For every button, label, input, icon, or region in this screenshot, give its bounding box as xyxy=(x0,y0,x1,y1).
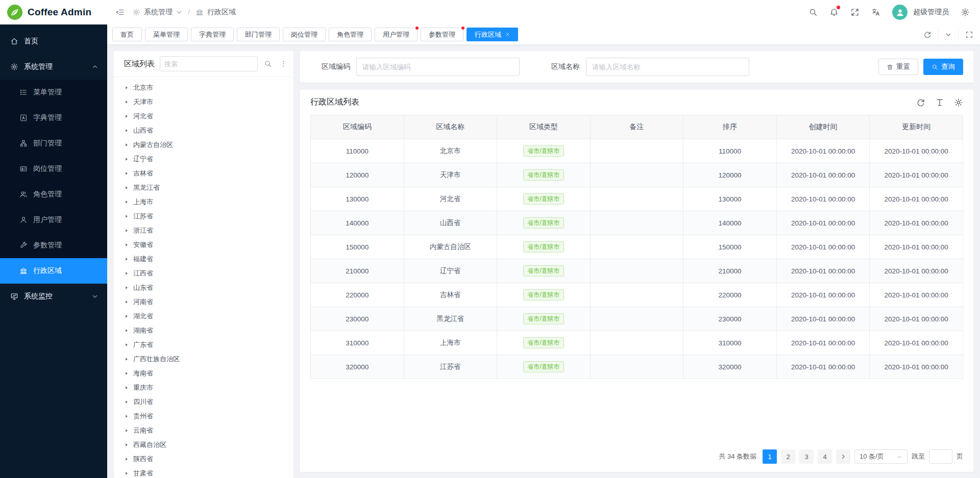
tree-item[interactable]: 湖南省 xyxy=(114,323,293,338)
tree-item[interactable]: 湖北省 xyxy=(114,309,293,323)
tree-item[interactable]: 广东省 xyxy=(114,338,293,352)
caret-right-icon[interactable] xyxy=(124,99,129,105)
tree-item[interactable]: 贵州省 xyxy=(114,409,293,423)
caret-right-icon[interactable] xyxy=(124,471,129,476)
tree-item[interactable]: 辽宁省 xyxy=(114,152,293,166)
table-row[interactable]: 310000上海市省市/直辖市3100002020-10-01 00:00:00… xyxy=(311,331,963,355)
tree-item[interactable]: 云南省 xyxy=(114,423,293,438)
table-row[interactable]: 320000江苏省省市/直辖市3200002020-10-01 00:00:00… xyxy=(311,355,963,379)
tree-item[interactable]: 四川省 xyxy=(114,395,293,409)
caret-right-icon[interactable] xyxy=(124,114,129,119)
sidebar-collapse-icon[interactable] xyxy=(115,8,125,17)
table-row[interactable]: 120000天津市省市/直辖市1200002020-10-01 00:00:00… xyxy=(311,163,963,187)
caret-right-icon[interactable] xyxy=(124,285,129,290)
sidebar-item-bank[interactable]: 行政区域 xyxy=(0,258,107,284)
table-row[interactable]: 210000辽宁省省市/直辖市2100002020-10-01 00:00:00… xyxy=(311,259,963,283)
table-row[interactable]: 130000河北省省市/直辖市1300002020-10-01 00:00:00… xyxy=(311,187,963,211)
jump-page-input[interactable] xyxy=(929,449,952,464)
table-row[interactable]: 150000内蒙古自治区省市/直辖市1500002020-10-01 00:00… xyxy=(311,235,963,259)
caret-right-icon[interactable] xyxy=(124,399,129,405)
tree-more-button[interactable] xyxy=(278,60,288,68)
region-code-input[interactable] xyxy=(356,58,520,76)
caret-right-icon[interactable] xyxy=(124,157,129,162)
next-page-button[interactable] xyxy=(836,449,850,464)
page-button-1[interactable]: 1 xyxy=(763,449,777,464)
tree-item[interactable]: 黑龙江省 xyxy=(114,181,293,195)
caret-right-icon[interactable] xyxy=(124,171,129,176)
sidebar-item-roles[interactable]: 角色管理 xyxy=(0,182,107,207)
caret-right-icon[interactable] xyxy=(124,442,129,447)
tree-item[interactable]: 吉林省 xyxy=(114,166,293,181)
caret-right-icon[interactable] xyxy=(124,428,129,433)
page-button-4[interactable]: 4 xyxy=(818,449,832,464)
region-name-input[interactable] xyxy=(586,58,749,76)
tree-item[interactable]: 河北省 xyxy=(114,109,293,123)
tree-item[interactable]: 天津市 xyxy=(114,95,293,109)
table-row[interactable]: 110000北京市省市/直辖市1100002020-10-01 00:00:00… xyxy=(311,139,963,163)
brand-logo[interactable]: Coffee Admin xyxy=(0,0,107,24)
table-row[interactable]: 220000吉林省省市/直辖市2200002020-10-01 00:00:00… xyxy=(311,283,963,307)
caret-right-icon[interactable] xyxy=(124,228,129,233)
caret-right-icon[interactable] xyxy=(124,371,129,376)
table-settings-button[interactable] xyxy=(954,98,963,107)
sidebar-item-wrench[interactable]: 参数管理 xyxy=(0,233,107,258)
tree-item[interactable]: 甘肃省 xyxy=(114,466,293,478)
tree-item[interactable]: 西藏自治区 xyxy=(114,438,293,452)
tab-岗位管理[interactable]: 岗位管理 xyxy=(283,28,326,41)
caret-right-icon[interactable] xyxy=(124,271,129,276)
tab-菜单管理[interactable]: 菜单管理 xyxy=(145,28,188,41)
translate-icon[interactable] xyxy=(871,8,880,17)
tree-item[interactable]: 江西省 xyxy=(114,266,293,281)
caret-right-icon[interactable] xyxy=(124,199,129,205)
search-icon[interactable] xyxy=(808,8,818,17)
tree-item[interactable]: 北京市 xyxy=(114,81,293,95)
caret-right-icon[interactable] xyxy=(124,257,129,262)
tree-item[interactable]: 浙江省 xyxy=(114,223,293,238)
content-maximize-button[interactable] xyxy=(958,28,980,41)
page-button-2[interactable]: 2 xyxy=(781,449,795,464)
tab-行政区域[interactable]: 行政区域 xyxy=(467,28,518,41)
caret-right-icon[interactable] xyxy=(124,299,129,305)
caret-right-icon[interactable] xyxy=(124,85,129,90)
tree-item[interactable]: 安徽省 xyxy=(114,238,293,252)
sidebar-item-user[interactable]: 用户管理 xyxy=(0,207,107,233)
sidebar-item-org[interactable]: 部门管理 xyxy=(0,131,107,156)
caret-right-icon[interactable] xyxy=(124,128,129,133)
caret-right-icon[interactable] xyxy=(124,385,129,390)
caret-right-icon[interactable] xyxy=(124,214,129,219)
table-row[interactable]: 230000黑龙江省省市/直辖市2300002020-10-01 00:00:0… xyxy=(311,307,963,331)
breadcrumb-section[interactable]: 系统管理 xyxy=(132,8,182,17)
tab-部门管理[interactable]: 部门管理 xyxy=(237,28,280,41)
page-button-3[interactable]: 3 xyxy=(799,449,814,464)
tree-item[interactable]: 重庆市 xyxy=(114,381,293,395)
caret-right-icon[interactable] xyxy=(124,242,129,247)
table-row[interactable]: 140000山西省省市/直辖市1400002020-10-01 00:00:00… xyxy=(311,211,963,235)
notifications-button[interactable] xyxy=(829,8,839,17)
tree-item[interactable]: 福建省 xyxy=(114,252,293,266)
tree-item[interactable]: 山东省 xyxy=(114,281,293,295)
tree-item[interactable]: 陕西省 xyxy=(114,452,293,466)
tree-item[interactable]: 广西壮族自治区 xyxy=(114,352,293,366)
tabs-menu-button[interactable] xyxy=(938,28,958,41)
tree-search-input[interactable] xyxy=(160,56,258,71)
tab-用户管理[interactable]: 用户管理 xyxy=(375,28,418,41)
sidebar-item-id-card[interactable]: 岗位管理 xyxy=(0,156,107,182)
tab-字典管理[interactable]: 字典管理 xyxy=(191,28,234,41)
sidebar-item-monitor[interactable]: 系统监控 xyxy=(0,284,107,309)
tree-item[interactable]: 上海市 xyxy=(114,195,293,209)
caret-right-icon[interactable] xyxy=(124,314,129,319)
avatar[interactable] xyxy=(892,5,908,20)
tree-item[interactable]: 山西省 xyxy=(114,123,293,138)
sidebar-item-home[interactable]: 首页 xyxy=(0,29,107,54)
caret-right-icon[interactable] xyxy=(124,185,129,190)
tab-参数管理[interactable]: 参数管理 xyxy=(421,28,463,41)
table-refresh-button[interactable] xyxy=(916,98,925,107)
caret-right-icon[interactable] xyxy=(124,342,129,347)
sidebar-item-gear[interactable]: 系统管理 xyxy=(0,54,107,80)
username[interactable]: 超级管理员 xyxy=(913,8,949,17)
caret-right-icon[interactable] xyxy=(124,414,129,419)
reset-button[interactable]: 重置 xyxy=(878,59,918,75)
tab-首页[interactable]: 首页 xyxy=(112,28,142,41)
caret-right-icon[interactable] xyxy=(124,142,129,147)
table-density-button[interactable] xyxy=(935,98,944,107)
